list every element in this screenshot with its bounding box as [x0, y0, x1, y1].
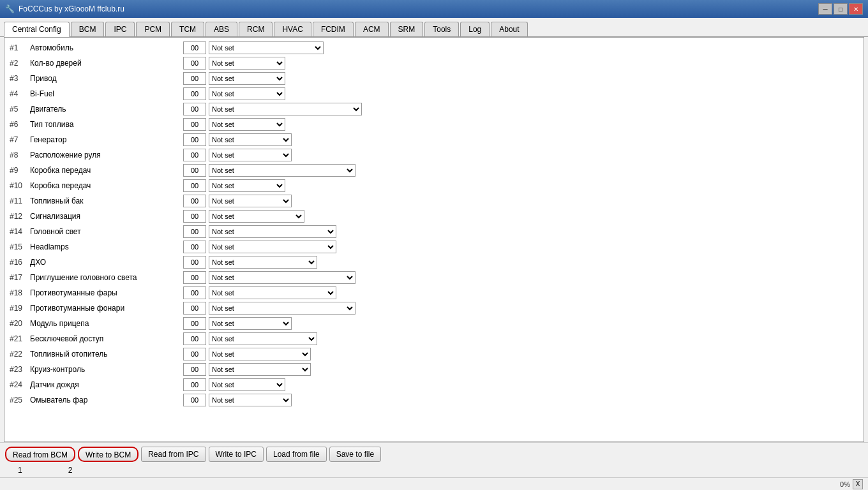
- tab-rcm[interactable]: RCM: [239, 22, 273, 36]
- tab-about[interactable]: About: [491, 22, 527, 36]
- config-row-label: Датчик дождя: [30, 380, 183, 389]
- config-row-select[interactable]: Not set: [209, 286, 336, 299]
- config-row-num: #18: [10, 288, 30, 297]
- config-row-select[interactable]: Not set: [209, 363, 311, 376]
- config-row-label: Круиз-контроль: [30, 365, 183, 374]
- config-row-select[interactable]: Not set: [209, 225, 336, 238]
- config-row-value[interactable]: [183, 103, 206, 115]
- config-row: #25Омыватель фарNot set: [4, 392, 864, 408]
- btn-number-1: 1: [18, 466, 22, 475]
- titlebar: 🔧 FoCCCus by xGloooM ffclub.ru ─ □ ✕: [0, 0, 868, 18]
- config-row-value[interactable]: [183, 256, 206, 269]
- config-row-value[interactable]: [183, 271, 206, 284]
- config-row: #5ДвигательNot set: [4, 101, 864, 117]
- load-file-button[interactable]: Load from file: [266, 447, 327, 462]
- config-row-label: Bi-Fuel: [30, 89, 183, 98]
- tab-abs[interactable]: ABS: [206, 22, 237, 36]
- config-row-value[interactable]: [183, 241, 206, 253]
- config-row-select[interactable]: Not set: [209, 210, 304, 223]
- minimize-button[interactable]: ─: [818, 3, 832, 15]
- write-bcm-button[interactable]: Write to BCM: [78, 447, 138, 462]
- config-row-select[interactable]: Not set: [209, 348, 311, 360]
- config-row-num: #24: [10, 380, 30, 389]
- tab-central-config[interactable]: Central Config: [4, 22, 70, 37]
- config-row: #10Коробка передачNot set: [4, 178, 864, 193]
- config-list: #1АвтомобильNot set#2Кол-во дверейNot se…: [4, 38, 864, 442]
- config-row-select[interactable]: Not set: [209, 394, 292, 406]
- config-row: #18Противотуманные фарыNot set: [4, 285, 864, 301]
- config-row-label: Топливный бак: [30, 197, 183, 205]
- tab-srm[interactable]: SRM: [390, 22, 424, 36]
- read-bcm-button[interactable]: Read from BCM: [5, 447, 75, 462]
- tab-acm[interactable]: ACM: [355, 22, 389, 36]
- config-row: #21Бесключевой доступNot set: [4, 331, 864, 346]
- config-row-value[interactable]: [183, 225, 206, 238]
- read-ipc-button[interactable]: Read from IPC: [141, 447, 206, 462]
- config-row-value[interactable]: [183, 41, 206, 54]
- config-row-value[interactable]: [183, 118, 206, 131]
- config-row-value[interactable]: [183, 210, 206, 223]
- config-row: #19Противотуманные фонариNot set: [4, 301, 864, 316]
- tab-fcdim[interactable]: FCDIM: [313, 22, 354, 36]
- tab-tcm[interactable]: TCM: [171, 22, 204, 36]
- config-row-value[interactable]: [183, 195, 206, 207]
- save-file-button[interactable]: Save to file: [329, 447, 381, 462]
- config-row-select[interactable]: Not set: [209, 378, 285, 391]
- config-row-value[interactable]: [183, 394, 206, 406]
- config-row-select[interactable]: Not set: [209, 195, 292, 207]
- config-row-value[interactable]: [183, 72, 206, 85]
- config-row-value[interactable]: [183, 378, 206, 391]
- config-row-select[interactable]: Not set: [209, 118, 285, 131]
- config-row: #11Топливный бакNot set: [4, 193, 864, 209]
- config-row-num: #9: [10, 166, 30, 175]
- config-row-select[interactable]: Not set: [209, 256, 317, 269]
- config-row-value[interactable]: [183, 57, 206, 70]
- config-row-num: #22: [10, 350, 30, 359]
- tab-log[interactable]: Log: [460, 22, 490, 36]
- config-row: #9Коробка передачNot set: [4, 163, 864, 178]
- config-row-select[interactable]: Not set: [209, 41, 324, 54]
- config-row-value[interactable]: [183, 302, 206, 315]
- config-row-select[interactable]: Not set: [209, 149, 292, 161]
- config-row-select[interactable]: Not set: [209, 87, 285, 100]
- config-row: #12СигнализацияNot set: [4, 209, 864, 224]
- config-row-label: ДХО: [30, 258, 183, 267]
- config-row-num: #12: [10, 212, 30, 221]
- config-row: #6Тип топливаNot set: [4, 117, 864, 132]
- config-row-value[interactable]: [183, 149, 206, 161]
- config-row-value[interactable]: [183, 133, 206, 146]
- config-row-select[interactable]: Not set: [209, 103, 362, 115]
- tabbar: Central ConfigBCMIPCPCMTCMABSRCMHVACFCDI…: [0, 18, 868, 37]
- config-row-value[interactable]: [183, 348, 206, 360]
- config-row-select[interactable]: Not set: [209, 271, 355, 284]
- tab-pcm[interactable]: PCM: [136, 22, 170, 36]
- config-row-select[interactable]: Not set: [209, 332, 317, 345]
- config-row-select[interactable]: Not set: [209, 57, 285, 70]
- config-row-label: Модуль прицепа: [30, 319, 183, 328]
- close-button[interactable]: ✕: [849, 3, 863, 15]
- config-row-num: #8: [10, 151, 30, 160]
- write-ipc-button[interactable]: Write to IPC: [209, 447, 264, 462]
- config-row-label: Двигатель: [30, 105, 183, 114]
- tab-ipc[interactable]: IPC: [105, 22, 135, 36]
- config-row: #8Расположение руляNot set: [4, 147, 864, 163]
- config-row-value[interactable]: [183, 164, 206, 177]
- maximize-button[interactable]: □: [834, 3, 848, 15]
- config-row-select[interactable]: Not set: [209, 317, 292, 330]
- config-row-select[interactable]: Not set: [209, 133, 292, 146]
- config-row-select[interactable]: Not set: [209, 241, 336, 253]
- config-row-select[interactable]: Not set: [209, 164, 355, 177]
- tab-tools[interactable]: Tools: [424, 22, 459, 36]
- config-row-value[interactable]: [183, 363, 206, 376]
- config-row-value[interactable]: [183, 317, 206, 330]
- config-row-value[interactable]: [183, 286, 206, 299]
- tab-bcm[interactable]: BCM: [71, 22, 105, 36]
- tab-hvac[interactable]: HVAC: [274, 22, 311, 36]
- config-row-value[interactable]: [183, 332, 206, 345]
- status-close-button[interactable]: X: [853, 479, 863, 489]
- config-row-select[interactable]: Not set: [209, 72, 285, 85]
- config-row-value[interactable]: [183, 87, 206, 100]
- config-row-select[interactable]: Not set: [209, 179, 285, 192]
- config-row-select[interactable]: Not set: [209, 302, 355, 315]
- config-row-value[interactable]: [183, 179, 206, 192]
